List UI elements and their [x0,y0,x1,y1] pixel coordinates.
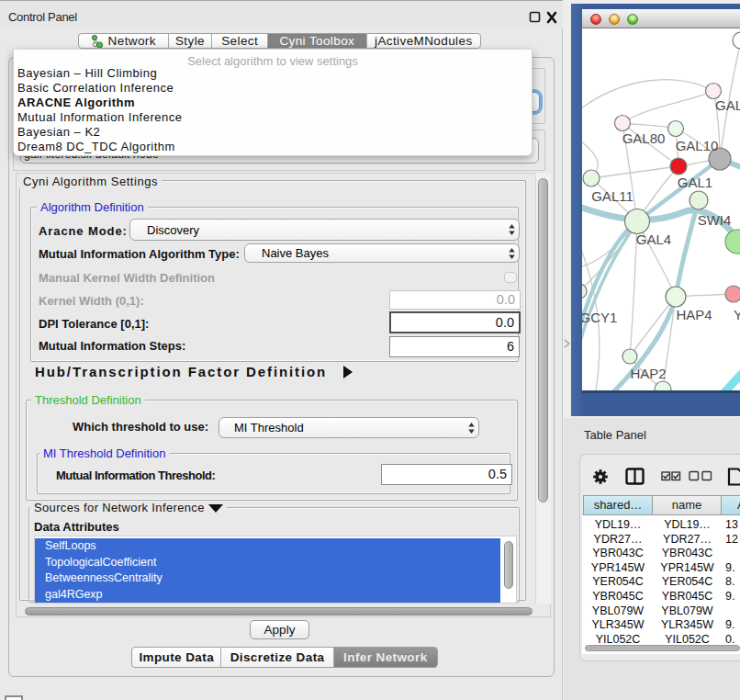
svg-text:GCY1: GCY1 [582,310,617,325]
svg-text:GAL7: GAL7 [715,97,740,113]
svg-text:GAL10: GAL10 [676,138,719,153]
svg-text:YJL069C: YJL069C [734,307,740,322]
svg-text:HAP4: HAP4 [676,307,712,322]
svg-text:HAP2: HAP2 [630,366,666,381]
svg-text:GAL80: GAL80 [622,130,666,146]
svg-text:GAL4: GAL4 [636,231,671,247]
svg-text:SWI4: SWI4 [698,212,732,228]
svg-text:GAL11: GAL11 [591,188,633,204]
svg-text:GAL1: GAL1 [678,175,712,190]
